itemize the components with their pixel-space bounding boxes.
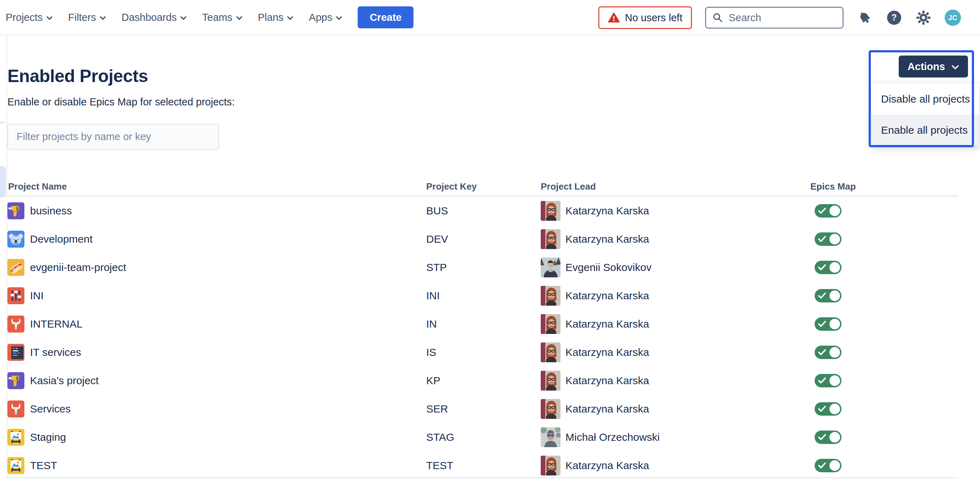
easel-icon xyxy=(8,429,24,446)
project-key: TEST xyxy=(426,460,453,471)
header-project-lead: Project Lead xyxy=(541,181,596,192)
project-name: evgenii-team-project xyxy=(30,262,126,273)
header-project-key: Project Key xyxy=(426,181,477,192)
project-lead: Katarzyna Karska xyxy=(565,233,649,245)
project-lead: Katarzyna Karska xyxy=(565,318,649,330)
table-row: IT services IS Katarzyna Karska xyxy=(8,338,958,367)
nav-menu-apps[interactable]: Apps xyxy=(309,12,342,23)
table-row: Development DEV Katarzyna Karska xyxy=(8,225,958,253)
project-lead: Katarzyna Karska xyxy=(565,460,649,471)
menu-item-0[interactable]: Disable all projects xyxy=(871,83,979,115)
table-row: Services SER Katarzyna Karska xyxy=(8,395,958,423)
table-row: INI INI Katarzyna Karska xyxy=(8,282,958,310)
lead-avatar xyxy=(541,286,560,306)
warning-icon xyxy=(608,13,620,23)
project-name: INTERNAL xyxy=(30,318,82,330)
table-row: TEST TEST Katarzyna Karska xyxy=(8,452,958,479)
nav-menu-projects[interactable]: Projects xyxy=(6,12,52,23)
project-name: Staging xyxy=(30,431,66,443)
top-navbar: ProjectsFiltersDashboardsTeamsPlansApps … xyxy=(0,0,980,35)
header-epics-map: Epics Map xyxy=(810,181,856,192)
user-avatar[interactable]: JC xyxy=(945,10,961,26)
epics-map-toggle[interactable] xyxy=(815,204,842,217)
table-row: business BUS Katarzyna Karska xyxy=(8,197,958,225)
project-key: IN xyxy=(426,318,437,330)
project-lead: Katarzyna Karska xyxy=(565,346,649,358)
project-name: Services xyxy=(30,403,71,415)
project-key: KP xyxy=(426,375,440,387)
table-row: Staging STAG Michał Orzechowski xyxy=(8,423,958,452)
hotdog-icon xyxy=(8,259,24,276)
chevron-down-icon xyxy=(287,14,293,20)
lead-avatar xyxy=(541,201,560,221)
nav-menu-teams[interactable]: Teams xyxy=(202,12,242,23)
chevron-down-icon xyxy=(336,14,342,20)
drill-icon xyxy=(8,372,24,389)
chevron-down-icon xyxy=(236,14,242,20)
easel-icon xyxy=(8,457,24,474)
project-name: business xyxy=(30,205,72,217)
lead-avatar xyxy=(541,257,560,277)
page-subtitle: Enable or disable Epics Map for selected… xyxy=(8,96,235,108)
actions-button[interactable]: Actions xyxy=(899,56,968,77)
lead-avatar xyxy=(541,399,560,419)
menu-item-1[interactable]: Enable all projects xyxy=(871,115,979,146)
no-users-left-button[interactable]: No users left xyxy=(598,6,692,29)
epics-map-toggle[interactable] xyxy=(815,374,842,387)
project-key: DEV xyxy=(426,233,448,245)
search-box xyxy=(705,7,843,29)
project-lead: Katarzyna Karska xyxy=(565,290,649,302)
project-name: INI xyxy=(30,290,43,302)
table-header-row: Project Name Project Key Project Lead Ep… xyxy=(8,177,958,197)
epics-map-toggle[interactable] xyxy=(815,317,842,331)
epics-map-toggle[interactable] xyxy=(815,289,842,302)
search-input[interactable] xyxy=(728,12,836,24)
table-row: INTERNAL IN Katarzyna Karska xyxy=(8,310,958,338)
project-filter-input[interactable] xyxy=(8,124,219,150)
create-button[interactable]: Create xyxy=(358,6,414,28)
project-key: STAG xyxy=(426,431,454,443)
koala-icon xyxy=(8,231,24,247)
project-name: Development xyxy=(30,233,92,245)
lead-avatar xyxy=(541,427,560,447)
sliders-icon xyxy=(8,287,24,304)
project-key: SER xyxy=(426,403,448,415)
actions-dropdown-menu: Disable all projectsEnable all projects xyxy=(871,83,979,146)
project-lead: Michał Orzechowski xyxy=(565,431,660,443)
project-lead: Katarzyna Karska xyxy=(565,403,649,415)
rail-app-indicator[interactable] xyxy=(0,166,6,197)
project-lead: Katarzyna Karska xyxy=(565,205,649,217)
epics-map-toggle[interactable] xyxy=(815,346,842,359)
epics-map-toggle[interactable] xyxy=(815,402,842,416)
project-key: STP xyxy=(426,262,447,273)
project-name: TEST xyxy=(30,460,57,471)
help-icon[interactable]: ? xyxy=(886,10,902,26)
chevron-down-icon xyxy=(951,65,959,70)
epics-map-toggle[interactable] xyxy=(815,459,842,472)
chevron-down-icon xyxy=(100,14,106,20)
nav-menu-dashboards[interactable]: Dashboards xyxy=(122,12,186,23)
actions-label: Actions xyxy=(908,61,945,72)
table-bottom-divider xyxy=(8,477,958,478)
project-lead: Katarzyna Karska xyxy=(565,375,649,387)
alert-label: No users left xyxy=(625,12,682,24)
rail-divider xyxy=(0,122,5,123)
table-row: Kasia's project KP Katarzyna Karska xyxy=(8,367,958,395)
table-row: evgenii-team-project STP Evgenii Sokovik… xyxy=(8,253,958,282)
nav-menu-plans[interactable]: Plans xyxy=(258,12,294,23)
nav-menu-filters[interactable]: Filters xyxy=(68,12,106,23)
project-name: Kasia's project xyxy=(30,375,99,387)
project-lead: Evgenii Sokovikov xyxy=(565,262,651,273)
nav-menu-group: ProjectsFiltersDashboardsTeamsPlansApps xyxy=(0,12,342,23)
search-icon xyxy=(713,13,723,23)
epics-map-toggle[interactable] xyxy=(815,261,842,274)
lead-avatar xyxy=(541,314,560,334)
settings-icon[interactable] xyxy=(915,10,932,26)
notifications-icon[interactable] xyxy=(857,10,873,26)
project-key: INI xyxy=(426,290,440,302)
lead-avatar xyxy=(541,371,560,391)
nav-right-group: No users left ? JC xyxy=(598,0,961,35)
epics-map-toggle[interactable] xyxy=(815,431,842,444)
epics-map-toggle[interactable] xyxy=(815,232,842,246)
projects-table: Project Name Project Key Project Lead Ep… xyxy=(8,177,958,479)
